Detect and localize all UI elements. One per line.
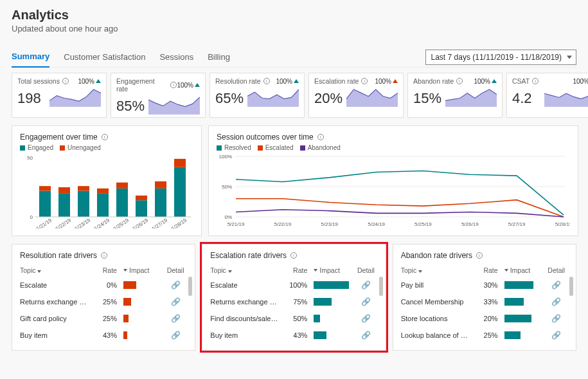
col-detail: Detail xyxy=(354,266,377,274)
svg-text:5/27/19: 5/27/19 xyxy=(151,217,168,228)
legend-swatch xyxy=(20,145,25,151)
scrollbar[interactable] xyxy=(569,277,573,296)
detail-link-icon[interactable]: 🔗 xyxy=(361,297,371,306)
detail-link-icon[interactable]: 🔗 xyxy=(361,281,371,290)
col-impact[interactable]: Impact xyxy=(117,266,164,274)
impact-bar xyxy=(314,281,349,289)
cell-impact xyxy=(498,298,545,306)
col-rate[interactable]: Rate xyxy=(284,266,307,274)
svg-rect-20 xyxy=(155,189,166,217)
info-icon[interactable] xyxy=(101,252,107,259)
svg-text:5/26/19: 5/26/19 xyxy=(132,217,149,228)
kpi-sparkline xyxy=(148,95,200,115)
kpi-sparkline xyxy=(49,88,101,107)
col-rate[interactable]: Rate xyxy=(94,266,117,274)
date-range-dropdown[interactable]: Last 7 days (11/11/2019 - 11/18/2019) xyxy=(425,50,576,65)
legend-swatch xyxy=(60,145,65,151)
info-icon[interactable] xyxy=(263,78,270,84)
legend-label: Engaged xyxy=(28,144,53,151)
detail-link-icon[interactable]: 🔗 xyxy=(551,331,561,340)
cell-topic: Returns exchange and re... xyxy=(20,298,94,306)
col-impact[interactable]: Impact xyxy=(307,266,354,274)
col-detail: Detail xyxy=(164,266,187,274)
info-icon[interactable] xyxy=(532,78,539,84)
cell-impact xyxy=(117,331,164,339)
legend-item: Engaged xyxy=(20,144,53,151)
info-icon[interactable] xyxy=(290,252,297,259)
cell-impact xyxy=(307,331,354,339)
table-header: Topic Rate Impact Detail xyxy=(20,266,187,277)
table-row: Returns exchange and re... 25% 🔗 xyxy=(20,293,187,310)
info-icon[interactable] xyxy=(102,134,108,140)
tab-billing[interactable]: Billing xyxy=(208,48,230,67)
impact-bar xyxy=(504,281,533,289)
legend-label: Escalated xyxy=(265,144,294,151)
info-icon[interactable] xyxy=(476,252,483,259)
info-icon[interactable] xyxy=(317,134,324,140)
tab-sessions[interactable]: Sessions xyxy=(159,48,193,67)
kpi-card: Total sessions 100% 198 xyxy=(12,73,107,118)
col-topic[interactable]: Topic xyxy=(401,266,475,274)
engagement-over-time-card: Engagement over time EngagedUnengaged 05… xyxy=(12,125,202,236)
detail-link-icon[interactable]: 🔗 xyxy=(171,314,181,323)
impact-bar xyxy=(314,298,332,306)
detail-link-icon[interactable]: 🔗 xyxy=(361,314,371,323)
driver-card: Resolution rate drivers Topic Rate Impac… xyxy=(12,244,195,351)
outcomes-chart: 0%50%100%5/21/195/22/195/23/195/24/195/2… xyxy=(217,151,570,228)
svg-rect-11 xyxy=(97,193,109,217)
legend-item: Unengaged xyxy=(60,144,101,151)
tab-customer-satisfaction[interactable]: Customer Satisfaction xyxy=(64,48,145,67)
chevron-down-icon xyxy=(37,270,41,273)
kpi-percent: 100% xyxy=(375,78,398,85)
detail-link-icon[interactable]: 🔗 xyxy=(171,281,181,290)
kpi-card: Escalation rate 100% 20% xyxy=(308,73,404,118)
cell-rate: 25% xyxy=(94,315,117,322)
svg-text:5/27/19: 5/27/19 xyxy=(508,221,526,227)
col-impact[interactable]: Impact xyxy=(498,266,545,274)
legend-swatch xyxy=(217,145,222,151)
cell-rate: 43% xyxy=(284,331,307,339)
svg-text:5/24/19: 5/24/19 xyxy=(368,221,385,227)
info-icon[interactable] xyxy=(456,78,463,84)
detail-link-icon[interactable]: 🔗 xyxy=(171,331,181,340)
impact-bar xyxy=(504,315,531,322)
svg-rect-18 xyxy=(136,196,147,200)
kpi-card: CSAT 100% 4.2 xyxy=(506,73,588,118)
kpi-card: Abandon rate 100% 15% xyxy=(407,73,503,118)
cell-topic: Lookup balance of gift... xyxy=(401,331,475,339)
cell-rate: 100% xyxy=(284,281,307,289)
svg-text:100%: 100% xyxy=(219,154,232,160)
info-icon[interactable] xyxy=(62,78,69,84)
col-topic[interactable]: Topic xyxy=(20,266,94,274)
detail-link-icon[interactable]: 🔗 xyxy=(551,281,561,290)
table-row: Escalate 0% 🔗 xyxy=(20,277,187,293)
impact-bar xyxy=(504,331,521,339)
kpi-row: Total sessions 100% 198 Engagement rate … xyxy=(12,73,576,118)
cell-rate: 50% xyxy=(284,315,307,322)
kpi-value: 4.2 xyxy=(512,90,542,107)
cell-impact xyxy=(117,298,164,306)
svg-text:0: 0 xyxy=(30,214,33,220)
col-topic[interactable]: Topic xyxy=(210,266,284,274)
detail-link-icon[interactable]: 🔗 xyxy=(551,297,561,306)
col-rate[interactable]: Rate xyxy=(474,266,497,274)
col-detail: Detail xyxy=(545,266,568,274)
scrollbar[interactable] xyxy=(379,277,383,296)
info-icon[interactable] xyxy=(361,78,368,84)
detail-link-icon[interactable]: 🔗 xyxy=(361,331,371,340)
detail-link-icon[interactable]: 🔗 xyxy=(171,297,181,306)
scrollbar[interactable] xyxy=(188,277,192,296)
detail-link-icon[interactable]: 🔗 xyxy=(551,314,561,323)
info-icon[interactable] xyxy=(170,82,177,88)
drivers-row: Resolution rate drivers Topic Rate Impac… xyxy=(12,244,576,351)
svg-text:5/22/19: 5/22/19 xyxy=(274,221,292,227)
table-header: Topic Rate Impact Detail xyxy=(401,266,568,277)
driver-title: Escalation rate drivers xyxy=(210,251,287,260)
chevron-down-icon xyxy=(418,270,422,273)
table-row: Find discounts/sales/de... 50% 🔗 xyxy=(210,310,377,327)
svg-text:5/23/19: 5/23/19 xyxy=(321,221,338,227)
svg-text:5/25/19: 5/25/19 xyxy=(414,221,432,227)
svg-rect-8 xyxy=(78,191,89,217)
tab-summary[interactable]: Summary xyxy=(12,48,49,68)
cell-impact xyxy=(307,281,354,289)
